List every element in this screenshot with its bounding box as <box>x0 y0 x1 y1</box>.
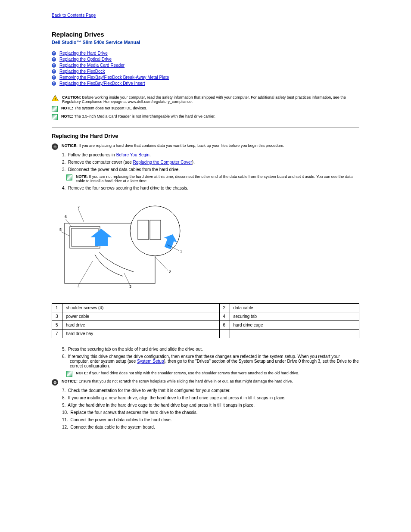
step-2: 2. Remove the computer cover (see Replac… <box>62 160 359 165</box>
cell: securing tab <box>230 312 359 321</box>
bullet-icon: ? <box>52 51 56 56</box>
notice-2: NOTICE: Ensure that you do not scratch t… <box>62 379 293 383</box>
svg-line-21 <box>155 257 168 271</box>
notice-icon: ⊝ <box>52 379 58 386</box>
toc-link-drive-insert[interactable]: Replacing the FlexBay/FlexDock Drive Ins… <box>59 81 145 86</box>
svg-line-11 <box>78 209 84 222</box>
hard-drive-diagram: 7 6 5 4 3 2 1 <box>52 196 185 291</box>
back-to-contents-link[interactable]: Back to Contents Page <box>52 13 96 18</box>
bullet-icon: ? <box>52 63 56 68</box>
cell: hard drive cage <box>230 321 359 330</box>
cell: 2 <box>219 304 230 312</box>
step-10: 10. Replace the four screws that secures… <box>62 410 359 415</box>
step-9: 9. Align the hard drive in the hard driv… <box>62 403 359 408</box>
svg-point-6 <box>130 206 180 256</box>
toc-link-hard-drive[interactable]: Replacing the Hard Drive <box>59 51 108 56</box>
svg-text:1: 1 <box>180 249 182 253</box>
svg-text:!: ! <box>55 97 56 101</box>
svg-text:3: 3 <box>129 284 131 289</box>
step-11: 11. Connect the power and data cables to… <box>62 417 359 422</box>
note-icon <box>52 106 58 112</box>
notice-1: NOTICE: If you are replacing a hard driv… <box>62 143 284 148</box>
note-step: NOTE: If you are not replacing the hard … <box>76 174 359 183</box>
link-system-setup[interactable]: System Setup <box>137 359 164 364</box>
cell: 4 <box>219 312 230 321</box>
cell: power cable <box>62 312 220 321</box>
step-7: 7. Check the documentation for the drive… <box>62 388 359 393</box>
cell: 7 <box>52 330 62 338</box>
cell: hard drive bay <box>62 330 220 338</box>
step-3: 3. Disconnect the power and data cables … <box>62 167 359 172</box>
step-4: 4. Remove the four screws securing the h… <box>62 186 359 190</box>
cell <box>219 330 230 338</box>
svg-text:2: 2 <box>169 270 171 274</box>
cell: shoulder screws (4) <box>62 304 220 312</box>
note-icon <box>66 371 72 377</box>
note-1: NOTE: The system does not support IDE de… <box>61 106 147 110</box>
section-title-hard-drive: Replacing the Hard Drive <box>52 127 359 139</box>
svg-text:5: 5 <box>59 227 62 232</box>
link-computer-cover[interactable]: Replacing the Computer Cover <box>133 160 192 165</box>
toc-link-metal-plate[interactable]: Removing the FlexBay/FlexDock Break-Away… <box>59 75 169 80</box>
step-12: 12. Connect the data cable to the system… <box>62 425 359 429</box>
page-subtitle: Dell Studio™ Slim 540s Service Manual <box>52 40 359 45</box>
cell: hard drive <box>62 321 220 330</box>
bullet-icon: ? <box>52 75 56 80</box>
page-title: Replacing Drives <box>52 31 359 38</box>
bullet-icon: ? <box>52 81 56 86</box>
note-2: NOTE: The 3.5-inch Media Card Reader is … <box>61 114 215 118</box>
step-8: 8. If you are installing a new hard driv… <box>62 395 359 400</box>
step-6: 6. If removing this drive changes the dr… <box>62 354 359 368</box>
caution-icon: ! <box>52 95 59 101</box>
cell: 3 <box>52 312 62 321</box>
step-1: 1. Follow the procedures in Before You B… <box>62 152 359 157</box>
toc-link-media-card-reader[interactable]: Replacing the Media Card Reader <box>59 63 125 68</box>
cell: 6 <box>219 321 230 330</box>
cell: 5 <box>52 321 62 330</box>
step-5: 5. Press the securing tab on the side of… <box>62 347 359 352</box>
table-of-contents: ?Replacing the Hard Drive ?Replacing the… <box>52 51 359 86</box>
bullet-icon: ? <box>52 69 56 74</box>
note-shoulder-screws: NOTE: If your hard drive does not ship w… <box>76 371 299 375</box>
toc-link-optical-drive[interactable]: Replacing the Optical Drive <box>59 57 112 62</box>
note-icon <box>52 114 58 120</box>
note-icon <box>66 174 72 180</box>
link-before-you-begin[interactable]: Before You Begin <box>116 152 149 157</box>
svg-text:7: 7 <box>78 205 80 209</box>
parts-table: 1 shoulder screws (4) 2 data cable 3 pow… <box>52 303 359 338</box>
toc-link-flexdock[interactable]: Replacing the FlexDock <box>59 69 105 74</box>
cell: 1 <box>52 304 62 312</box>
cell <box>230 330 359 338</box>
bullet-icon: ? <box>52 57 56 62</box>
notice-icon: ⊝ <box>52 143 58 150</box>
svg-text:6: 6 <box>65 215 67 219</box>
caution-text: CAUTION: Before working inside your comp… <box>62 95 359 104</box>
cell: data cable <box>230 304 359 312</box>
